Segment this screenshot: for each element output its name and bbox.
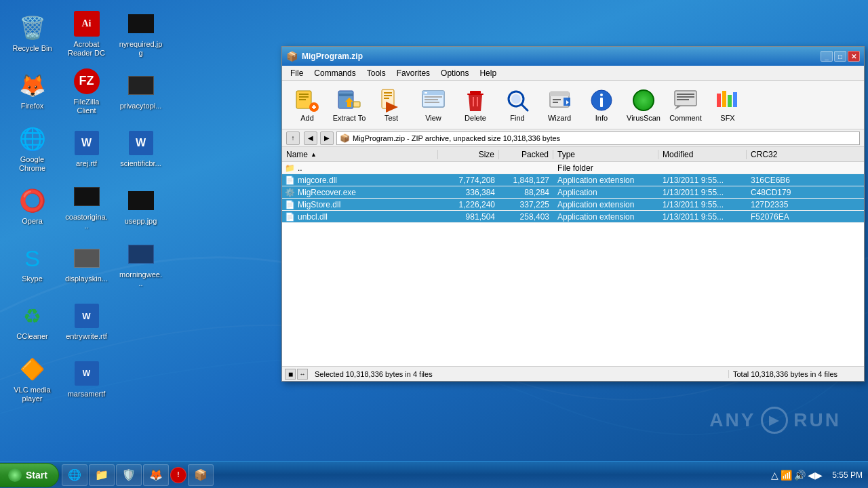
- privacytopi-icon: [127, 72, 155, 99]
- file-type-cell: Application extension: [553, 212, 658, 222]
- toolbar-find-button[interactable]: Find: [498, 83, 537, 127]
- path-forward-button[interactable]: ▶: [320, 131, 334, 145]
- file-name-cell: 📁 ..: [282, 163, 438, 173]
- taskbar-app-explorer[interactable]: 📁: [89, 464, 115, 486]
- menu-commands[interactable]: Commands: [309, 67, 361, 79]
- desktop-icon-displayskin[interactable]: displayskin...: [61, 237, 112, 291]
- menu-help[interactable]: Help: [474, 67, 502, 79]
- coastorigina-icon: [73, 183, 100, 210]
- menu-favorites[interactable]: Favorites: [391, 67, 435, 79]
- taskbar-app-ie[interactable]: 🌐: [62, 464, 87, 486]
- table-row[interactable]: ⚙️ MigRecover.exe 336,384 88,284 Applica…: [282, 186, 864, 199]
- desktop-icon-firefox[interactable]: 🦊 Firefox: [7, 64, 58, 119]
- path-back-button[interactable]: ◀: [304, 131, 317, 145]
- col-modified-header[interactable]: Modified: [658, 150, 747, 159]
- menu-options[interactable]: Options: [435, 67, 474, 79]
- test-icon: [379, 88, 403, 113]
- svg-rect-30: [550, 92, 569, 96]
- col-name-header[interactable]: Name ▲: [282, 150, 438, 159]
- desktop-icon-morningwee[interactable]: morningwee...: [115, 237, 166, 291]
- toolbar-test-button[interactable]: Test: [372, 83, 411, 127]
- desktop-icon-recycle-bin[interactable]: 🗑️ Recycle Bin: [7, 7, 58, 61]
- svg-rect-31: [553, 99, 561, 100]
- scientificbr-label: scientificbr...: [120, 159, 161, 168]
- entrywrite-label: entrywrite.rtf: [66, 332, 107, 341]
- toolbar-info-button[interactable]: Info: [582, 83, 621, 127]
- minimize-button[interactable]: _: [821, 51, 833, 62]
- toolbar-comment-button[interactable]: Comment: [666, 83, 705, 127]
- toolbar-sfx-button[interactable]: SFX: [708, 83, 747, 127]
- tray-volume-icon[interactable]: 🔊: [794, 470, 806, 481]
- file-modified-cell: 1/13/2011 9:55...: [658, 176, 747, 185]
- file-name-cell: ⚙️ MigRecover.exe: [282, 188, 438, 197]
- toolbar-extract-button[interactable]: Extract To: [330, 83, 369, 127]
- menu-tools[interactable]: Tools: [361, 67, 391, 79]
- file-name-cell: 📄 MigStore.dll: [282, 200, 438, 209]
- desktop-icon-chrome[interactable]: 🌐 Google Chrome: [7, 122, 58, 176]
- col-type-header[interactable]: Type: [553, 150, 658, 159]
- ccleaner-label: CCleaner: [16, 332, 47, 341]
- svg-rect-13: [384, 95, 392, 96]
- desktop-icon-arej[interactable]: W arej.rtf: [61, 122, 112, 176]
- svg-rect-37: [600, 98, 603, 107]
- recycle-bin-icon: 🗑️: [19, 14, 46, 41]
- zip-icon: 📦: [340, 134, 350, 143]
- desktop-icon-opera[interactable]: ⭕ Opera: [7, 180, 58, 234]
- tray-arrow-icon[interactable]: ◀▶: [808, 470, 823, 481]
- desktop-icon-privacytopi[interactable]: privacytopi...: [115, 64, 166, 119]
- file-crc32-cell: 316CE6B6: [747, 176, 808, 185]
- file-size-cell: 981,504: [438, 212, 499, 222]
- toolbar-virusscan-button[interactable]: VirusScan: [624, 83, 663, 127]
- displayskin-icon: [73, 245, 100, 272]
- file-icon: 📄: [285, 200, 295, 209]
- desktop-icon-skype[interactable]: S Skype: [7, 237, 58, 291]
- start-button[interactable]: Start: [0, 463, 59, 487]
- toolbar-wizard-button[interactable]: Wizard: [540, 83, 579, 127]
- test-label: Test: [384, 114, 398, 122]
- tray-network-icon[interactable]: 📶: [781, 470, 792, 481]
- view-label: View: [425, 114, 441, 122]
- desktop-icon-marsamertf[interactable]: W marsamertf: [61, 352, 112, 407]
- tray-icon-1[interactable]: △: [771, 470, 778, 481]
- close-button[interactable]: ✕: [848, 51, 860, 62]
- col-size-header[interactable]: Size: [438, 150, 499, 159]
- desktop-icon-usepp[interactable]: usepp.jpg: [115, 180, 166, 234]
- file-modified-cell: 1/13/2011 9:55...: [658, 188, 747, 197]
- menu-file[interactable]: File: [285, 67, 309, 79]
- desktop-icon-nyrequired[interactable]: nyrequired.jpg: [115, 7, 166, 61]
- table-row[interactable]: 📄 migcore.dll 7,774,208 1,848,127 Applic…: [282, 174, 864, 186]
- col-crc32-header[interactable]: CRC32: [747, 150, 808, 159]
- path-up-button[interactable]: ↑: [286, 131, 300, 145]
- desktop-icon-acrobat[interactable]: Ai Acrobat Reader DC: [61, 7, 112, 61]
- toolbar-add-button[interactable]: Add: [288, 83, 327, 127]
- svg-rect-41: [677, 99, 689, 100]
- col-packed-header[interactable]: Packed: [499, 150, 553, 159]
- taskbar-app-chrome[interactable]: 🦊: [143, 464, 169, 486]
- desktop-icon-vlc[interactable]: 🔶 VLC media player: [7, 352, 58, 407]
- desktop-icon-filezilla[interactable]: FZ FileZilla Client: [61, 64, 112, 119]
- extract-icon: [337, 88, 361, 113]
- svg-rect-18: [425, 92, 427, 94]
- taskbar-apps: 🌐 📁 🛡️ 🦊 ! 📦: [59, 462, 767, 488]
- svg-rect-24: [473, 97, 474, 106]
- taskbar-app-winrar[interactable]: 📦: [188, 464, 214, 486]
- recycle-bin-label: Recycle Bin: [12, 44, 52, 53]
- table-row[interactable]: 📄 MigStore.dll 1,226,240 337,225 Applica…: [282, 199, 864, 211]
- desktop-icon-ccleaner[interactable]: ♻ CCleaner: [7, 295, 58, 349]
- desktop-icon-coastorigina[interactable]: coastorigina...: [61, 180, 112, 234]
- toolbar-view-button[interactable]: View: [414, 83, 453, 127]
- taskbar: Start 🌐 📁 🛡️ 🦊 ! 📦 △ 📶 🔊 ◀▶ 5:55 PM: [0, 461, 868, 488]
- toolbar-delete-button[interactable]: Delete: [456, 83, 495, 127]
- taskbar-app-defender[interactable]: 🛡️: [116, 464, 142, 486]
- status-icon-1[interactable]: ◼: [285, 369, 296, 380]
- maximize-button[interactable]: □: [834, 51, 846, 62]
- table-row[interactable]: 📄 unbcl.dll 981,504 258,403 Application …: [282, 211, 864, 223]
- desktop-icon-scientificbr[interactable]: W scientificbr...: [115, 122, 166, 176]
- taskbar-app-virus[interactable]: !: [170, 467, 186, 483]
- file-type-cell: Application extension: [553, 200, 658, 209]
- table-row[interactable]: 📁 .. File folder: [282, 162, 864, 174]
- status-left-text: Selected 10,318,336 bytes in 4 files: [311, 370, 728, 378]
- status-icon-2[interactable]: ↔: [297, 369, 308, 380]
- desktop-icon-entrywrite[interactable]: W entrywrite.rtf: [61, 295, 112, 349]
- arej-icon: W: [73, 129, 100, 157]
